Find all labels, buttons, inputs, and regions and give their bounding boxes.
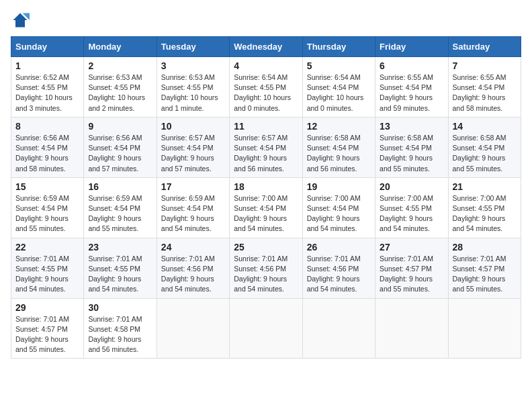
calendar-cell: 30 Sunrise: 7:01 AM Sunset: 4:58 PM Dayl… [84, 298, 157, 359]
day-number: 19 [307, 181, 371, 192]
calendar-cell: 14 Sunrise: 6:58 AM Sunset: 4:54 PM Dayl… [448, 117, 521, 177]
weekday-header-saturday: Saturday [448, 37, 521, 57]
calendar-cell: 13 Sunrise: 6:58 AM Sunset: 4:54 PM Dayl… [375, 117, 448, 177]
calendar-cell: 11 Sunrise: 6:57 AM Sunset: 4:54 PM Dayl… [230, 117, 302, 177]
calendar-cell: 29 Sunrise: 7:01 AM Sunset: 4:57 PM Dayl… [11, 298, 84, 359]
day-number: 13 [380, 121, 443, 132]
calendar-cell: 6 Sunrise: 6:55 AM Sunset: 4:54 PM Dayli… [375, 57, 448, 118]
calendar-cell: 25 Sunrise: 7:01 AM Sunset: 4:56 PM Dayl… [230, 238, 302, 298]
day-number: 7 [453, 60, 517, 71]
day-number: 25 [234, 242, 298, 253]
calendar-week-4: 22 Sunrise: 7:01 AM Sunset: 4:55 PM Dayl… [11, 238, 521, 298]
calendar-cell: 28 Sunrise: 7:01 AM Sunset: 4:57 PM Dayl… [448, 238, 521, 298]
calendar-header-row: SundayMondayTuesdayWednesdayThursdayFrid… [11, 37, 521, 57]
logo-icon [11, 11, 30, 30]
day-info: Sunrise: 6:56 AM Sunset: 4:54 PM Dayligh… [88, 134, 142, 173]
day-info: Sunrise: 6:58 AM Sunset: 4:54 PM Dayligh… [380, 134, 433, 173]
day-number: 1 [15, 60, 79, 71]
calendar-cell: 18 Sunrise: 7:00 AM Sunset: 4:54 PM Dayl… [230, 177, 302, 238]
calendar-cell [157, 298, 229, 359]
logo [11, 11, 32, 30]
day-number: 6 [380, 60, 443, 71]
calendar-cell: 26 Sunrise: 7:01 AM Sunset: 4:56 PM Dayl… [302, 238, 375, 298]
calendar-cell: 20 Sunrise: 7:00 AM Sunset: 4:55 PM Dayl… [375, 177, 448, 238]
calendar-cell: 17 Sunrise: 6:59 AM Sunset: 4:54 PM Dayl… [157, 177, 229, 238]
day-number: 4 [234, 60, 298, 71]
calendar-cell: 27 Sunrise: 7:01 AM Sunset: 4:57 PM Dayl… [375, 238, 448, 298]
day-info: Sunrise: 7:01 AM Sunset: 4:57 PM Dayligh… [453, 255, 506, 293]
day-info: Sunrise: 7:01 AM Sunset: 4:57 PM Dayligh… [15, 315, 69, 354]
day-info: Sunrise: 6:57 AM Sunset: 4:54 PM Dayligh… [234, 134, 287, 173]
day-info: Sunrise: 6:56 AM Sunset: 4:54 PM Dayligh… [15, 134, 69, 173]
day-info: Sunrise: 7:01 AM Sunset: 4:57 PM Dayligh… [380, 255, 433, 293]
day-number: 9 [88, 121, 152, 132]
day-info: Sunrise: 6:53 AM Sunset: 4:55 PM Dayligh… [88, 73, 145, 112]
day-number: 20 [380, 181, 443, 192]
day-number: 23 [88, 242, 152, 253]
day-info: Sunrise: 6:58 AM Sunset: 4:54 PM Dayligh… [307, 134, 361, 173]
weekday-header-friday: Friday [375, 37, 448, 57]
day-info: Sunrise: 6:57 AM Sunset: 4:54 PM Dayligh… [161, 134, 215, 173]
calendar-cell: 24 Sunrise: 7:01 AM Sunset: 4:56 PM Dayl… [157, 238, 229, 298]
day-number: 15 [15, 181, 79, 192]
calendar-week-3: 15 Sunrise: 6:59 AM Sunset: 4:54 PM Dayl… [11, 177, 521, 238]
day-number: 10 [161, 121, 225, 132]
day-number: 2 [88, 60, 152, 71]
weekday-header-wednesday: Wednesday [230, 37, 302, 57]
day-info: Sunrise: 6:54 AM Sunset: 4:55 PM Dayligh… [234, 73, 291, 112]
day-info: Sunrise: 7:00 AM Sunset: 4:54 PM Dayligh… [234, 194, 287, 233]
calendar-cell: 5 Sunrise: 6:54 AM Sunset: 4:54 PM Dayli… [302, 57, 375, 118]
day-number: 27 [380, 242, 443, 253]
day-number: 28 [453, 242, 517, 253]
day-number: 3 [161, 60, 225, 71]
day-number: 14 [453, 121, 517, 132]
day-info: Sunrise: 7:01 AM Sunset: 4:58 PM Dayligh… [88, 315, 142, 354]
calendar-cell: 8 Sunrise: 6:56 AM Sunset: 4:54 PM Dayli… [11, 117, 84, 177]
day-number: 21 [453, 181, 517, 192]
calendar-cell [448, 298, 521, 359]
day-info: Sunrise: 7:01 AM Sunset: 4:55 PM Dayligh… [15, 255, 69, 293]
calendar-cell: 12 Sunrise: 6:58 AM Sunset: 4:54 PM Dayl… [302, 117, 375, 177]
day-info: Sunrise: 6:55 AM Sunset: 4:54 PM Dayligh… [453, 73, 506, 112]
day-number: 18 [234, 181, 298, 192]
weekday-header-monday: Monday [84, 37, 157, 57]
calendar-cell: 10 Sunrise: 6:57 AM Sunset: 4:54 PM Dayl… [157, 117, 229, 177]
page-header [11, 11, 521, 30]
day-number: 22 [15, 242, 79, 253]
day-number: 5 [307, 60, 371, 71]
weekday-header-thursday: Thursday [302, 37, 375, 57]
weekday-header-tuesday: Tuesday [157, 37, 229, 57]
calendar-cell: 15 Sunrise: 6:59 AM Sunset: 4:54 PM Dayl… [11, 177, 84, 238]
day-number: 29 [15, 302, 79, 313]
day-info: Sunrise: 7:01 AM Sunset: 4:56 PM Dayligh… [234, 255, 287, 293]
day-info: Sunrise: 7:00 AM Sunset: 4:55 PM Dayligh… [453, 194, 506, 233]
day-number: 24 [161, 242, 225, 253]
day-number: 12 [307, 121, 371, 132]
day-info: Sunrise: 6:54 AM Sunset: 4:54 PM Dayligh… [307, 73, 364, 112]
day-info: Sunrise: 6:52 AM Sunset: 4:55 PM Dayligh… [15, 73, 73, 112]
day-number: 8 [15, 121, 79, 132]
day-number: 16 [88, 181, 152, 192]
calendar-cell: 1 Sunrise: 6:52 AM Sunset: 4:55 PM Dayli… [11, 57, 84, 118]
calendar-week-1: 1 Sunrise: 6:52 AM Sunset: 4:55 PM Dayli… [11, 57, 521, 118]
calendar-cell: 2 Sunrise: 6:53 AM Sunset: 4:55 PM Dayli… [84, 57, 157, 118]
day-info: Sunrise: 7:01 AM Sunset: 4:56 PM Dayligh… [161, 255, 215, 293]
day-info: Sunrise: 7:00 AM Sunset: 4:55 PM Dayligh… [380, 194, 433, 233]
day-number: 30 [88, 302, 152, 313]
calendar-week-2: 8 Sunrise: 6:56 AM Sunset: 4:54 PM Dayli… [11, 117, 521, 177]
day-info: Sunrise: 6:58 AM Sunset: 4:54 PM Dayligh… [453, 134, 506, 173]
day-info: Sunrise: 6:53 AM Sunset: 4:55 PM Dayligh… [161, 73, 218, 112]
day-info: Sunrise: 6:55 AM Sunset: 4:54 PM Dayligh… [380, 73, 433, 112]
day-number: 26 [307, 242, 371, 253]
day-info: Sunrise: 6:59 AM Sunset: 4:54 PM Dayligh… [15, 194, 69, 233]
calendar-cell [230, 298, 302, 359]
calendar-cell [375, 298, 448, 359]
calendar-week-5: 29 Sunrise: 7:01 AM Sunset: 4:57 PM Dayl… [11, 298, 521, 359]
calendar-cell: 22 Sunrise: 7:01 AM Sunset: 4:55 PM Dayl… [11, 238, 84, 298]
day-info: Sunrise: 7:01 AM Sunset: 4:55 PM Dayligh… [88, 255, 142, 293]
calendar-cell: 21 Sunrise: 7:00 AM Sunset: 4:55 PM Dayl… [448, 177, 521, 238]
calendar-cell: 23 Sunrise: 7:01 AM Sunset: 4:55 PM Dayl… [84, 238, 157, 298]
weekday-header-sunday: Sunday [11, 37, 84, 57]
calendar-cell: 3 Sunrise: 6:53 AM Sunset: 4:55 PM Dayli… [157, 57, 229, 118]
day-info: Sunrise: 7:01 AM Sunset: 4:56 PM Dayligh… [307, 255, 361, 293]
